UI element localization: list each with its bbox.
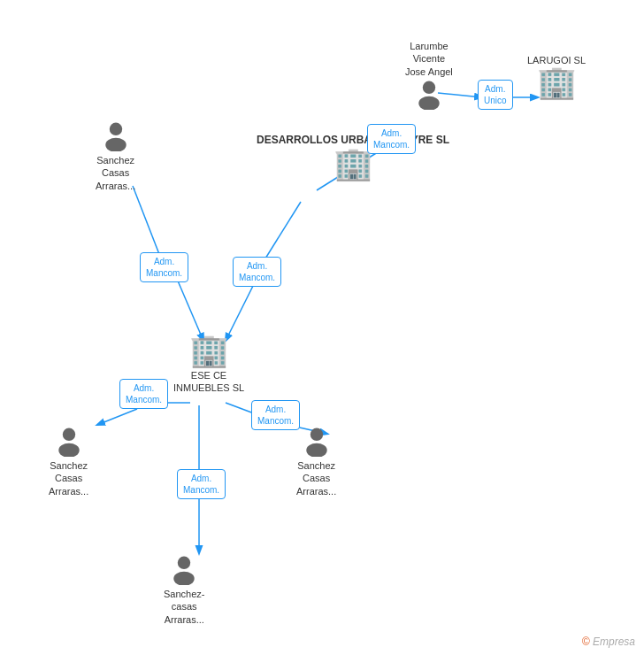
svg-point-20 (306, 443, 326, 457)
larugoi-building-icon: 🏢 (537, 66, 577, 98)
svg-point-14 (418, 96, 439, 110)
sanchez2-person-icon (53, 425, 85, 457)
watermark-copy: © (582, 636, 590, 648)
svg-line-8 (97, 409, 137, 425)
sanchez1-person-icon (100, 119, 132, 151)
sanchez4-person-icon (168, 553, 200, 585)
svg-point-13 (423, 81, 435, 93)
svg-point-17 (62, 428, 74, 441)
watermark: © Empresa (582, 636, 635, 648)
sanchez2-node: SanchezCasasArraras... (49, 425, 88, 497)
badge-adm-mancom6: Adm.Mancom. (177, 469, 226, 499)
larumbe-person-icon (413, 78, 445, 110)
sanchez3-node: SanchezCasasArraras... (296, 425, 336, 497)
sanchez1-label: SanchezCasasArraras... (96, 154, 135, 192)
sanchez2-label: SanchezCasasArraras... (49, 459, 88, 497)
svg-point-19 (310, 428, 322, 441)
diagram: DESARROLLOS URBANOS LEYRE SL 🏢 LarumbeVi… (0, 0, 644, 655)
larumbe-label: LarumbeVicenteJose Angel (405, 40, 453, 78)
badge-adm-unico: Adm.Unico (478, 80, 513, 110)
sanchez3-person-icon (301, 425, 333, 457)
sanchez1-node: SanchezCasasArraras... (96, 119, 135, 192)
sanchez4-label: Sanchez-casasArraras... (164, 588, 204, 626)
larugoi-node: LARUGOI SL 🏢 (527, 51, 586, 98)
svg-point-18 (58, 443, 79, 457)
ese-ce-building-icon: 🏢 (189, 335, 229, 366)
larumbe-node: LarumbeVicenteJose Angel (405, 37, 453, 110)
badge-adm-mancom3: Adm.Mancom. (233, 257, 281, 287)
badge-adm-mancom4: Adm.Mancom. (119, 379, 168, 409)
badge-adm-mancom5: Adm.Mancom. (251, 400, 300, 430)
sanchez4-node: Sanchez-casasArraras... (164, 553, 204, 626)
ese-ce-label: ESE CEINMUEBLES SL (173, 369, 244, 395)
sanchez3-label: SanchezCasasArraras... (296, 459, 336, 497)
svg-point-16 (105, 138, 126, 151)
desarrollos-node: DESARROLLOS URBANOS LEYRE SL 🏢 (257, 131, 449, 180)
badge-adm-mancom2: Adm.Mancom. (140, 252, 188, 282)
svg-point-21 (178, 557, 190, 569)
svg-point-15 (109, 123, 121, 135)
svg-line-5 (226, 279, 257, 341)
badge-adm-mancom1: Adm.Mancom. (367, 124, 416, 154)
watermark-brand: Empresa (593, 636, 635, 648)
svg-point-22 (174, 572, 195, 585)
ese-ce-node: 🏢 ESE CEINMUEBLES SL (173, 335, 244, 395)
